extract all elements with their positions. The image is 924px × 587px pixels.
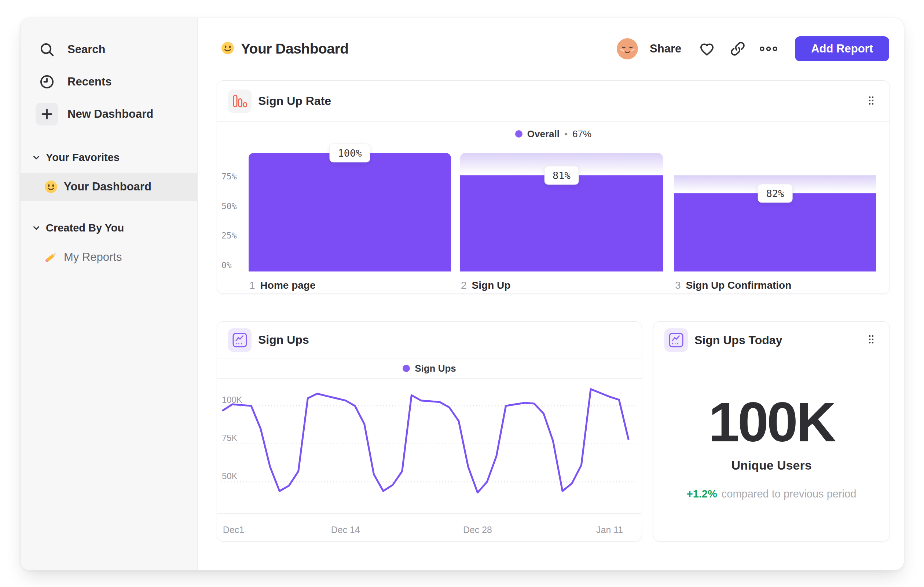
funnel-y-tick: 75% [221,172,243,181]
pencil-emoji [44,250,58,265]
funnel-legend[interactable]: Overall • 67% [217,122,889,146]
copy-link-button[interactable] [728,38,748,59]
sidebar-item-label: Your Dashboard [64,180,152,193]
sidebar-item-my-reports[interactable]: My Reports [21,243,197,271]
sign-ups-series-line [223,389,629,493]
line-card-title: Sign Ups [258,333,309,347]
more-options-button[interactable] [758,38,779,59]
funnel-step-label: 2Sign Up [461,279,510,291]
funnel-y-tick: 25% [221,231,243,240]
sidebar-section-label: Your Favorites [46,152,120,164]
sidebar-section-your-favorites[interactable]: Your Favorites [21,149,197,165]
search-icon [36,38,58,61]
drag-handle-icon[interactable] [865,93,877,109]
kpi-body: 100K Unique Users +1.2% compared to prev… [653,359,889,500]
legend-dot [515,130,523,137]
legend-name: Sign Ups [415,363,456,374]
add-report-button[interactable]: Add Report [795,36,889,61]
funnel-step-name: Sign Up Confirmation [686,279,792,291]
line-legend[interactable]: Sign Ups [217,359,642,379]
funnel-bar-fill [674,193,876,271]
sidebar: SearchRecentsNew DashboardYour Favorites… [21,18,198,570]
kpi-value: 100K [708,393,834,451]
legend-separator: • [564,128,568,140]
funnel-step-number: 1 [249,279,255,291]
kpi-delta-row: +1.2% compared to previous period [687,488,856,500]
funnel-step-label: 3Sign Up Confirmation [675,279,791,291]
funnel-step-name: Sign Up [472,279,511,291]
favorite-heart-button[interactable] [697,38,717,59]
chevron-down-icon [31,153,41,162]
avatar[interactable] [617,38,638,60]
kpi-delta-note: compared to previous period [722,488,856,500]
funnel-bar-3[interactable] [674,153,876,271]
dashboard-header: Your Dashboard Share Add Report [198,18,904,73]
legend-name: Overall [527,128,559,140]
sign-ups-card: Sign Ups Sign Ups 100K75K50KDec1Dec 14De… [217,321,642,542]
smiley-emoji [44,179,58,194]
line-chart-icon [228,328,252,352]
funnel-chart-icon [228,89,252,113]
sidebar-item-recents[interactable]: Recents [21,66,197,98]
dashboard-emoji-icon [220,41,235,57]
funnel-y-tick: 50% [221,202,243,211]
page-title: Your Dashboard [241,41,348,57]
sidebar-section-created-by-you[interactable]: Created By You [21,220,197,236]
sidebar-item-label: Search [68,43,105,56]
sidebar-section-label: Created By You [46,222,124,234]
y-axis-label: 75K [222,433,238,443]
funnel-value-chip: 82% [758,184,793,203]
sign-ups-today-card: Sign Ups Today 100K Unique Users +1.2% c… [653,321,890,542]
x-axis-label: Jan 11 [596,525,623,535]
funnel-value-chip: 100% [329,144,370,162]
sign-up-rate-card: Sign Up Rate Overall • 67% 75%50%25%0%10… [217,80,890,294]
funnel-value-chip: 81% [544,166,579,185]
y-axis-label: 50K [222,471,238,481]
share-button[interactable]: Share [650,42,681,55]
funnel-y-tick: 0% [221,260,243,270]
funnel-bar-fill [460,175,663,271]
kpi-delta: +1.2% [687,488,717,500]
app-window: SearchRecentsNew DashboardYour Favorites… [20,18,904,570]
line-card-header: Sign Ups [217,322,642,359]
funnel-step-name: Home page [260,279,316,291]
y-axis-label: 100K [222,395,243,405]
funnel-plot: 75%50%25%0%100%1Home page81%2Sign Up82%3… [217,146,889,293]
legend-value: 67% [573,128,591,140]
chevron-down-icon [31,223,41,233]
clock-icon [36,70,58,93]
x-axis-label: Dec 14 [331,525,360,535]
kpi-metric-label: Unique Users [731,458,812,473]
funnel-step-label: 1Home page [249,279,316,291]
legend-dot [403,365,410,372]
header-controls: Share Add Report [617,36,889,61]
main-content: Your Dashboard Share Add Report Sign Up … [198,18,904,570]
funnel-bar-fill [249,153,451,271]
plus-icon [36,103,58,126]
funnel-step-number: 2 [461,279,467,291]
sidebar-item-your-dashboard[interactable]: Your Dashboard [21,173,197,201]
x-axis-label: Dec 28 [463,525,492,535]
drag-handle-icon[interactable] [865,332,877,348]
sidebar-item-search[interactable]: Search [21,33,197,66]
x-axis-label: Dec1 [223,525,244,535]
sidebar-item-label: Recents [68,75,112,88]
page-title-wrap: Your Dashboard [220,41,617,57]
sidebar-item-label: New Dashboard [68,107,153,121]
line-chart-icon [664,328,688,352]
funnel-bar-1[interactable] [249,153,451,271]
kpi-card-title: Sign Ups Today [695,334,782,347]
funnel-step-number: 3 [675,279,681,291]
funnel-card-header: Sign Up Rate [217,81,889,122]
sidebar-item-label: My Reports [64,251,122,264]
sidebar-item-new-dashboard[interactable]: New Dashboard [21,98,197,130]
kpi-card-header: Sign Ups Today [653,322,889,359]
funnel-card-title: Sign Up Rate [258,94,331,108]
